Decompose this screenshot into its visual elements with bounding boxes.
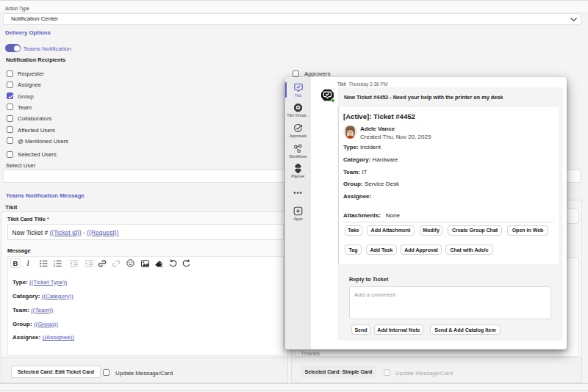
svg-text:3: 3: [54, 265, 55, 267]
